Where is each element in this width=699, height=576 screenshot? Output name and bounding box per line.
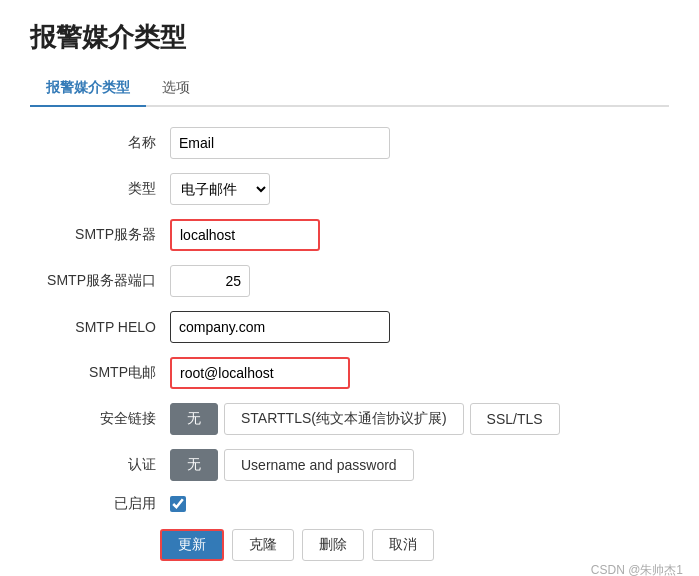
security-ssl-button[interactable]: SSL/TLS bbox=[470, 403, 560, 435]
watermark: CSDN @朱帅杰1 bbox=[591, 562, 683, 576]
security-group: 无 STARTTLS(纯文本通信协议扩展) SSL/TLS bbox=[170, 403, 560, 435]
type-row: 类型 电子邮件 bbox=[40, 173, 659, 205]
enabled-checkbox-wrapper bbox=[170, 496, 186, 512]
smtp-helo-label: SMTP HELO bbox=[40, 319, 170, 335]
smtp-email-row: SMTP电邮 bbox=[40, 357, 659, 389]
enabled-checkbox[interactable] bbox=[170, 496, 186, 512]
auth-none-button[interactable]: 无 bbox=[170, 449, 218, 481]
smtp-server-label: SMTP服务器 bbox=[40, 226, 170, 244]
smtp-server-row: SMTP服务器 bbox=[40, 219, 659, 251]
tab-media-type[interactable]: 报警媒介类型 bbox=[30, 71, 146, 107]
tab-options[interactable]: 选项 bbox=[146, 71, 206, 107]
smtp-email-label: SMTP电邮 bbox=[40, 364, 170, 382]
smtp-helo-row: SMTP HELO bbox=[40, 311, 659, 343]
delete-button[interactable]: 删除 bbox=[302, 529, 364, 561]
name-label: 名称 bbox=[40, 134, 170, 152]
tabs: 报警媒介类型 选项 bbox=[30, 71, 669, 107]
name-row: 名称 bbox=[40, 127, 659, 159]
security-label: 安全链接 bbox=[40, 410, 170, 428]
security-starttls-button[interactable]: STARTTLS(纯文本通信协议扩展) bbox=[224, 403, 464, 435]
page-title: 报警媒介类型 bbox=[30, 20, 669, 55]
form: 名称 类型 电子邮件 SMTP服务器 SMTP服务器端口 bbox=[30, 127, 669, 513]
auth-group: 无 Username and password bbox=[170, 449, 414, 481]
auth-row: 认证 无 Username and password bbox=[40, 449, 659, 481]
enabled-row: 已启用 bbox=[40, 495, 659, 513]
auth-label: 认证 bbox=[40, 456, 170, 474]
smtp-port-row: SMTP服务器端口 bbox=[40, 265, 659, 297]
smtp-helo-input[interactable] bbox=[170, 311, 390, 343]
cancel-button[interactable]: 取消 bbox=[372, 529, 434, 561]
security-row: 安全链接 无 STARTTLS(纯文本通信协议扩展) SSL/TLS bbox=[40, 403, 659, 435]
auth-password-button[interactable]: Username and password bbox=[224, 449, 414, 481]
type-select[interactable]: 电子邮件 bbox=[170, 173, 270, 205]
type-label: 类型 bbox=[40, 180, 170, 198]
enabled-label: 已启用 bbox=[40, 495, 170, 513]
update-button[interactable]: 更新 bbox=[160, 529, 224, 561]
action-buttons: 更新 克隆 删除 取消 bbox=[160, 529, 669, 561]
name-input[interactable] bbox=[170, 127, 390, 159]
security-none-button[interactable]: 无 bbox=[170, 403, 218, 435]
clone-button[interactable]: 克隆 bbox=[232, 529, 294, 561]
smtp-email-input[interactable] bbox=[170, 357, 350, 389]
smtp-port-input[interactable] bbox=[170, 265, 250, 297]
smtp-server-input[interactable] bbox=[170, 219, 320, 251]
smtp-port-label: SMTP服务器端口 bbox=[40, 272, 170, 290]
